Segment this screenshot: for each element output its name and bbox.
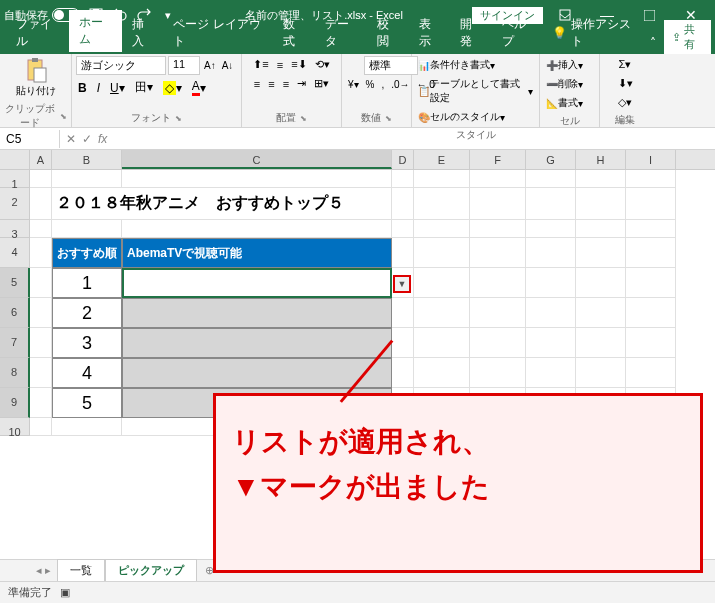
table-header-abema: AbemaTVで視聴可能 bbox=[122, 238, 392, 268]
font-name-select[interactable]: 游ゴシック bbox=[76, 56, 166, 75]
tab-developer[interactable]: 開発 bbox=[450, 12, 492, 54]
indent-icon[interactable]: ⇥ bbox=[295, 75, 308, 92]
orientation-icon[interactable]: ⟲▾ bbox=[313, 56, 332, 73]
select-all-corner[interactable] bbox=[0, 150, 30, 169]
align-right-icon[interactable]: ≡ bbox=[281, 75, 291, 92]
row-header-9[interactable]: 9 bbox=[0, 388, 30, 418]
rank-cell-3: 3 bbox=[52, 328, 122, 358]
tab-page-layout[interactable]: ページ レイアウト bbox=[163, 12, 273, 54]
fill-icon[interactable]: ⬇▾ bbox=[616, 75, 635, 92]
tab-formulas[interactable]: 数式 bbox=[273, 12, 315, 54]
conditional-format-button[interactable]: 📊 条件付き書式 ▾ bbox=[416, 56, 497, 74]
decrease-font-icon[interactable]: A↓ bbox=[220, 56, 236, 75]
rank-cell-4: 4 bbox=[52, 358, 122, 388]
align-top-icon[interactable]: ⬆≡ bbox=[251, 56, 270, 73]
row-header-5[interactable]: 5 bbox=[0, 268, 30, 298]
row-header-2[interactable]: 2 bbox=[0, 188, 30, 220]
tab-review[interactable]: 校閲 bbox=[367, 12, 409, 54]
bold-button[interactable]: B bbox=[76, 77, 89, 98]
collapse-ribbon-icon[interactable]: ˄ bbox=[642, 32, 664, 54]
group-editing: Σ▾ ⬇▾ ◇▾ 編集 bbox=[600, 54, 650, 127]
row-header-8[interactable]: 8 bbox=[0, 358, 30, 388]
format-label: 書式 bbox=[558, 96, 578, 110]
tab-view[interactable]: 表示 bbox=[409, 12, 451, 54]
sheet-nav[interactable]: ◂ ▸ bbox=[30, 564, 57, 577]
font-launcher-icon[interactable]: ⬊ bbox=[175, 114, 182, 123]
font-color-button[interactable]: A▾ bbox=[190, 77, 208, 98]
font-size-select[interactable]: 11 bbox=[168, 56, 200, 75]
table-row[interactable] bbox=[122, 298, 392, 328]
insert-label: 挿入 bbox=[558, 58, 578, 72]
sheet-tab-list[interactable]: 一覧 bbox=[57, 559, 105, 582]
table-row[interactable] bbox=[122, 328, 392, 358]
percent-icon[interactable]: % bbox=[364, 77, 377, 92]
row-headers: 1 2 3 4 5 6 7 8 9 10 bbox=[0, 170, 30, 436]
row-header-7[interactable]: 7 bbox=[0, 328, 30, 358]
tab-data[interactable]: データ bbox=[315, 12, 367, 54]
increase-font-icon[interactable]: A↑ bbox=[202, 56, 218, 75]
align-bottom-icon[interactable]: ≡⬇ bbox=[289, 56, 308, 73]
align-middle-icon[interactable]: ≡ bbox=[275, 56, 285, 73]
fill-color-button[interactable]: ◇▾ bbox=[161, 77, 184, 98]
row-header-6[interactable]: 6 bbox=[0, 298, 30, 328]
border-button[interactable]: 田▾ bbox=[133, 77, 155, 98]
delete-cells-button[interactable]: ➖削除 ▾ bbox=[544, 75, 585, 93]
alignment-launcher-icon[interactable]: ⬊ bbox=[300, 114, 307, 123]
col-header-G[interactable]: G bbox=[526, 150, 576, 169]
col-header-F[interactable]: F bbox=[470, 150, 526, 169]
clipboard-launcher-icon[interactable]: ⬊ bbox=[60, 112, 67, 121]
row-header-4[interactable]: 4 bbox=[0, 238, 30, 268]
currency-icon[interactable]: ¥▾ bbox=[346, 77, 361, 92]
name-box[interactable]: C5 bbox=[0, 130, 60, 148]
share-button[interactable]: ⇪ 共有 bbox=[664, 20, 711, 54]
col-header-I[interactable]: I bbox=[626, 150, 676, 169]
cancel-formula-icon[interactable]: ✕ bbox=[66, 132, 76, 146]
cell-styles-button[interactable]: 🎨 セルのスタイル ▾ bbox=[416, 108, 507, 126]
italic-button[interactable]: I bbox=[95, 77, 102, 98]
col-header-H[interactable]: H bbox=[576, 150, 626, 169]
table-header-rank: おすすめ順 bbox=[52, 238, 122, 268]
comma-icon[interactable]: , bbox=[379, 77, 386, 92]
fx-icon[interactable]: fx bbox=[98, 132, 107, 146]
merge-icon[interactable]: ⊞▾ bbox=[312, 75, 331, 92]
tab-insert[interactable]: 挿入 bbox=[122, 12, 164, 54]
formula-input[interactable] bbox=[113, 137, 715, 141]
paste-button[interactable]: 貼り付け bbox=[14, 56, 58, 100]
accept-formula-icon[interactable]: ✓ bbox=[82, 132, 92, 146]
col-header-E[interactable]: E bbox=[414, 150, 470, 169]
group-alignment: ⬆≡ ≡ ≡⬇ ⟲▾ ≡ ≡ ≡ ⇥ ⊞▾ 配置⬊ bbox=[242, 54, 342, 127]
col-header-A[interactable]: A bbox=[30, 150, 52, 169]
data-validation-dropdown-icon[interactable]: ▼ bbox=[393, 275, 411, 293]
table-row[interactable] bbox=[122, 358, 392, 388]
format-cells-button[interactable]: 📐書式 ▾ bbox=[544, 94, 585, 112]
row-header-10[interactable]: 10 bbox=[0, 418, 30, 436]
active-cell[interactable] bbox=[122, 268, 392, 298]
svg-rect-3 bbox=[644, 10, 655, 21]
cell-styles-label: セルのスタイル bbox=[430, 110, 500, 124]
macro-record-icon[interactable]: ▣ bbox=[60, 586, 70, 599]
sheet-tab-pickup[interactable]: ピックアップ bbox=[105, 559, 197, 583]
align-center-icon[interactable]: ≡ bbox=[266, 75, 276, 92]
number-launcher-icon[interactable]: ⬊ bbox=[385, 114, 392, 123]
increase-decimal-icon[interactable]: .0→ bbox=[389, 77, 411, 92]
table-format-button[interactable]: 📋 テーブルとして書式設定 ▾ bbox=[416, 75, 535, 107]
tell-me-search[interactable]: 💡 操作アシスト bbox=[544, 12, 642, 54]
underline-button[interactable]: U▾ bbox=[108, 77, 127, 98]
align-left-icon[interactable]: ≡ bbox=[252, 75, 262, 92]
tab-help[interactable]: ヘルプ bbox=[492, 12, 544, 54]
ribbon-tabs: ファイル ホーム 挿入 ページ レイアウト 数式 データ 校閲 表示 開発 ヘル… bbox=[0, 30, 715, 54]
col-header-D[interactable]: D bbox=[392, 150, 414, 169]
clipboard-group-label: クリップボード bbox=[4, 102, 56, 130]
cond-fmt-label: 条件付き書式 bbox=[430, 58, 490, 72]
number-format-select[interactable]: 標準 bbox=[364, 56, 418, 75]
paste-label: 貼り付け bbox=[16, 84, 56, 98]
row-header-1[interactable]: 1 bbox=[0, 170, 30, 188]
col-header-C[interactable]: C bbox=[122, 150, 392, 169]
row-header-3[interactable]: 3 bbox=[0, 220, 30, 238]
autosum-icon[interactable]: Σ▾ bbox=[617, 56, 634, 73]
clear-icon[interactable]: ◇▾ bbox=[616, 94, 634, 111]
alignment-group-label: 配置 bbox=[276, 111, 296, 125]
col-header-B[interactable]: B bbox=[52, 150, 122, 169]
insert-cells-button[interactable]: ➕挿入 ▾ bbox=[544, 56, 585, 74]
table-fmt-label: テーブルとして書式設定 bbox=[430, 77, 528, 105]
